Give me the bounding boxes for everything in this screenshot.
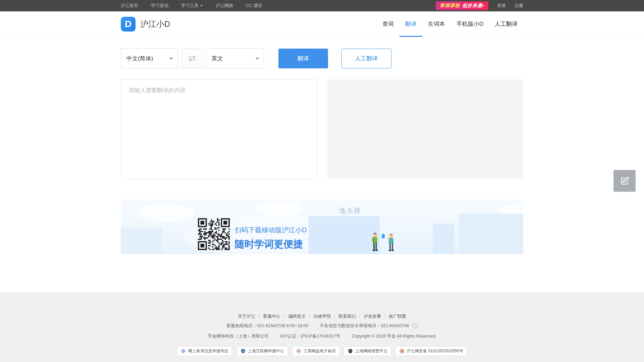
footer-report-text: 不良信息与数据安全举报电话：021-61542738 xyxy=(320,323,409,329)
logo-letter: D xyxy=(125,19,131,29)
footer-hotline-row: 客服热线电话：021-61542738 9:00~18:00 不良信息与数据安全… xyxy=(0,323,644,329)
nav-tab-translate[interactable]: 翻译 xyxy=(399,11,422,37)
language-selector-row: 中文(简体) 英文 翻译 人工翻译 xyxy=(121,48,523,69)
footer-links: 关于沪江 客服中心 诚聘英才 法律声明 联系我们 沪友故事 推广联盟 xyxy=(0,314,644,318)
building-shape xyxy=(459,214,523,254)
footer-icp-text[interactable]: ICP认证：沪ICP备17024317号 xyxy=(280,333,340,339)
badge-harmful-info-report[interactable]: 网上有害信息举报专区 xyxy=(177,346,232,356)
promo-text-left: 寒假课程 xyxy=(440,3,460,9)
badge-label: 沪公网安备 31011502010355号 xyxy=(407,348,463,354)
footer-link-affiliate[interactable]: 推广联盟 xyxy=(385,314,410,318)
badge-network-police[interactable]: 上海网络报警平台 xyxy=(344,346,391,356)
people-illustration xyxy=(369,231,402,253)
qr-code xyxy=(198,218,230,250)
footer-link-about[interactable]: 关于沪江 xyxy=(234,314,259,318)
footer-company-text: 学金网络科技（上海）有限公司 xyxy=(208,333,269,339)
banner-caption-line2: 随时学词更便捷 xyxy=(235,238,307,251)
topbar-link-label: 沪江首页 xyxy=(121,3,138,9)
translation-result-panel xyxy=(327,79,523,179)
topbar-link-label: CC 课堂 xyxy=(246,3,262,9)
nav-tab-wordbook[interactable]: 生词本 xyxy=(422,11,451,37)
main-nav: 查词 翻译 生词本 手机版小D 人工翻译 xyxy=(377,11,523,37)
swap-arrows-icon xyxy=(188,56,196,61)
nav-tab-mobile-app[interactable]: 手机版小D xyxy=(451,11,489,37)
diamond-badge-icon xyxy=(181,349,186,354)
info-icon[interactable]: i xyxy=(412,323,418,328)
promo-text-right: 低价来袭› xyxy=(462,3,484,9)
national-emblem-icon xyxy=(399,349,405,354)
chevron-down-icon xyxy=(256,58,259,60)
swap-languages-button[interactable] xyxy=(181,48,203,69)
topbar-link-home[interactable]: 沪江首页 xyxy=(121,3,138,9)
topbar-link-tools[interactable]: 学习工具 xyxy=(181,3,203,9)
badge-shanghai-internet-report[interactable]: 上海互联网举报中心 xyxy=(236,346,288,356)
target-language-select[interactable]: 英文 xyxy=(206,48,264,69)
badge-label: 上海网络报警平台 xyxy=(355,348,387,354)
translate-button[interactable]: 翻译 xyxy=(278,49,328,68)
app-download-banner[interactable]: 逸夫楼 扫码下载移动版沪江小D 随时学词更便捷 xyxy=(121,199,523,254)
human-translate-button[interactable]: 人工翻译 xyxy=(341,49,391,68)
chevron-down-icon xyxy=(200,5,203,6)
target-language-value: 英文 xyxy=(212,55,223,62)
nav-tab-human-translate[interactable]: 人工翻译 xyxy=(489,11,523,37)
nav-tab-label: 翻译 xyxy=(405,20,417,28)
badge-label: 工商网监电子标识 xyxy=(304,348,336,354)
nav-tab-label: 生词本 xyxy=(428,20,445,28)
footer-link-service[interactable]: 客服中心 xyxy=(259,314,284,318)
site-title: 沪江小D xyxy=(140,19,170,29)
chevron-down-icon xyxy=(169,58,173,60)
source-text-panel xyxy=(121,79,317,179)
building-label: 逸夫楼 xyxy=(339,206,361,215)
feedback-button[interactable] xyxy=(613,170,636,192)
cloud-shape xyxy=(138,204,195,222)
nav-tab-label: 手机版小D xyxy=(457,20,483,28)
footer-hotline-text: 客服热线电话：021-61542738 9:00~18:00 xyxy=(226,323,308,329)
badge-industry-commerce-mark[interactable]: 工商网监电子标识 xyxy=(292,346,340,356)
topbar: 沪江首页 学习资讯 学习工具 沪江网校 CC 课堂 寒假课程 低价来袭› 登录 … xyxy=(0,0,644,11)
badge-public-security-filing[interactable]: 沪公网安备 31011502010355号 xyxy=(395,346,467,356)
edit-pencil-icon xyxy=(620,176,630,186)
police-shield-icon xyxy=(348,349,353,354)
topbar-link-label: 学习工具 xyxy=(181,3,199,9)
building-shape xyxy=(121,228,163,254)
header: D 沪江小D 查词 翻译 生词本 手机版小D 人工翻译 xyxy=(0,11,644,37)
topbar-link-cc-class[interactable]: CC 课堂 xyxy=(246,3,262,9)
winter-course-promo-banner[interactable]: 寒假课程 低价来袭› xyxy=(436,1,488,10)
building-shape xyxy=(433,224,454,254)
footer-badges: 网上有害信息举报专区 上海互联网举报中心 工商网监电子标识 上海网络报警平台 沪… xyxy=(0,346,644,356)
badge-label: 上海互联网举报中心 xyxy=(248,348,284,354)
footer-link-jobs[interactable]: 诚聘英才 xyxy=(284,314,310,318)
footer-link-stories[interactable]: 沪友故事 xyxy=(360,314,385,318)
topbar-link-label: 沪江网校 xyxy=(216,3,233,9)
badge-label: 网上有害信息举报专区 xyxy=(188,348,228,354)
footer: 关于沪江 客服中心 诚聘英才 法律声明 联系我们 沪友故事 推广联盟 客服热线电… xyxy=(0,292,644,362)
round-emblem-icon xyxy=(296,349,301,354)
site-logo[interactable]: D xyxy=(121,17,136,32)
topbar-link-news[interactable]: 学习资讯 xyxy=(151,3,168,9)
nav-tab-label: 人工翻译 xyxy=(495,20,518,28)
login-link[interactable]: 登录 xyxy=(497,3,506,9)
banner-caption-line1: 扫码下载移动版沪江小D xyxy=(235,226,307,235)
topbar-link-school[interactable]: 沪江网校 xyxy=(216,3,233,9)
shield-badge-icon xyxy=(240,349,246,354)
source-language-value: 中文(简体) xyxy=(126,55,153,62)
source-language-select[interactable]: 中文(简体) xyxy=(121,48,178,69)
footer-company-row: 学金网络科技（上海）有限公司 ICP认证：沪ICP备17024317号 Copy… xyxy=(0,333,644,339)
translator-main: 中文(简体) 英文 翻译 人工翻译 xyxy=(0,37,644,254)
nav-tab-label: 查词 xyxy=(382,20,394,28)
register-link[interactable]: 注册 xyxy=(515,3,523,9)
source-text-input[interactable] xyxy=(121,80,317,179)
footer-copyright-text: Copyright © 2026 学金 All Rights Reserved. xyxy=(352,333,436,339)
footer-link-contact[interactable]: 联系我们 xyxy=(335,314,360,318)
banner-caption: 扫码下载移动版沪江小D 随时学词更便捷 xyxy=(235,226,307,251)
nav-tab-dictionary[interactable]: 查词 xyxy=(377,11,399,37)
topbar-link-label: 学习资讯 xyxy=(151,3,168,9)
translation-panels xyxy=(121,79,523,179)
footer-link-legal[interactable]: 法律声明 xyxy=(310,314,335,318)
